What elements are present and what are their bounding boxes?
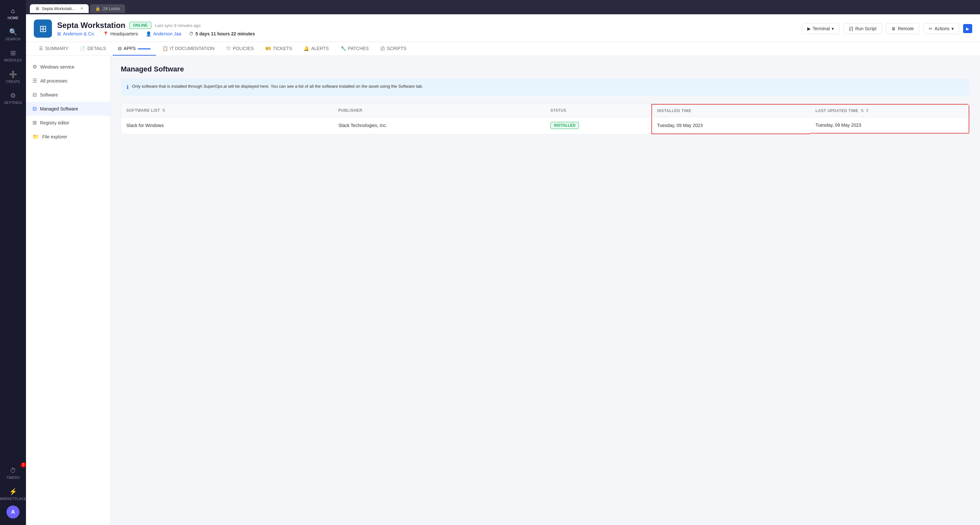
close-tab-septa[interactable]: ✕ <box>80 6 83 11</box>
tab-locks[interactable]: 🔒 24 Locks <box>90 4 125 13</box>
sidebar-item-all-processes[interactable]: ☰ All processes <box>26 74 110 88</box>
remote-button[interactable]: 🖥 Remote <box>886 23 919 34</box>
info-text: Only software that is installed through … <box>132 83 423 90</box>
installed-time-value: Tuesday, 09 May 2023 <box>657 123 703 128</box>
panel-title: Managed Software <box>121 65 970 73</box>
content-area: ⚙ Windows service ☰ All processes ⊟ Soft… <box>26 56 980 525</box>
managed-software-icon: ⊟ <box>32 105 37 112</box>
tab-alerts[interactable]: 🔔 ALERTS <box>298 42 334 56</box>
last-updated-time-value: Tuesday, 09 May 2023 <box>815 123 861 128</box>
th-last-updated-time: LAST UPDATED TIME ⇅ ⊽ <box>810 104 969 117</box>
run-script-label: Run Script <box>855 26 877 31</box>
software-list-sort-icon[interactable]: ⇅ <box>162 108 165 113</box>
sidebar-item-create[interactable]: ➕ CREATE <box>1 67 25 87</box>
last-updated-sort-icon[interactable]: ⇅ <box>861 109 864 113</box>
info-banner: ℹ Only software that is installed throug… <box>121 79 970 96</box>
table-row: Slack for Windows Slack Technologies, In… <box>121 117 969 134</box>
table-header: SOFTWARE LIST ⇅ PUBLISHER STATUS INSTALL… <box>121 104 969 117</box>
avatar[interactable]: A <box>6 506 19 519</box>
sidebar-item-search[interactable]: 🔍 SEARCH <box>1 25 25 45</box>
browser-tab-bar: 🖥 Septa Workstati... ✕ 🔒 24 Locks <box>26 0 980 14</box>
user-link[interactable]: Anderson Jaa <box>153 31 181 37</box>
tab-summary[interactable]: ☰ SUMMARY <box>34 42 73 56</box>
actions-button[interactable]: ✂ Actions ▾ <box>923 23 959 34</box>
marketplace-icon: ⚡ <box>9 488 17 495</box>
details-icon: 📄 <box>80 46 85 51</box>
sidebar-item-managed-software[interactable]: ⊟ Managed Software <box>26 102 110 116</box>
tab-patches[interactable]: 🔧 PATCHES <box>336 42 374 56</box>
tab-apps[interactable]: ⊟ APPS <box>113 42 156 56</box>
td-status: INSTALLED <box>545 117 651 134</box>
tab-policies[interactable]: 🛡 POLICIES <box>221 42 259 56</box>
company-link[interactable]: Anderson & Co. <box>63 31 95 37</box>
managed-software-label: Managed Software <box>40 106 78 112</box>
tab-summary-label: SUMMARY <box>45 46 68 51</box>
terminal-dropdown-icon: ▾ <box>832 26 834 31</box>
sidebar-item-modules[interactable]: ⊞ MODULES <box>1 46 25 65</box>
tab-it-doc-label: IT DOCUMENTATION <box>170 46 215 51</box>
terminal-icon: ▶ <box>807 26 811 31</box>
sidebar-item-registry-editor[interactable]: ⊞ Registry editor <box>26 116 110 129</box>
all-processes-label: All processes <box>40 78 67 83</box>
info-icon: ℹ <box>127 83 129 91</box>
sidebar-item-file-explorer[interactable]: 📁 File explorer <box>26 129 110 144</box>
timers-badge: 2 <box>21 462 26 468</box>
device-info: Septa Workstation ONLINE Last sync 8 min… <box>57 21 255 37</box>
managed-software-panel: Managed Software ℹ Only software that is… <box>110 56 980 525</box>
th-installed-time-label: INSTALLED TIME <box>657 109 691 113</box>
main-content: 🖥 Septa Workstati... ✕ 🔒 24 Locks ⊞ Sept… <box>26 0 980 525</box>
policies-icon: 🛡 <box>226 46 231 51</box>
sidebar-item-home[interactable]: ⌂ HOME <box>1 4 25 23</box>
home-icon: ⌂ <box>11 7 15 14</box>
registry-editor-label: Registry editor <box>40 120 69 125</box>
sidebar-item-windows-service[interactable]: ⚙ Windows service <box>26 60 110 74</box>
user-icon: 👤 <box>146 31 151 37</box>
windows-icon: ⊞ <box>39 23 47 34</box>
actions-icon: ✂ <box>929 26 932 31</box>
all-processes-icon: ☰ <box>32 78 37 84</box>
left-navigation: ⌂ HOME 🔍 SEARCH ⊞ MODULES ➕ CREATE ⚙ SET… <box>0 0 26 525</box>
sidebar-item-timers[interactable]: ⏱ 2 TIMERS <box>1 464 25 483</box>
windows-service-label: Windows service <box>40 64 74 70</box>
sidebar-item-marketplace[interactable]: ⚡ MARKETPLACE <box>1 484 25 504</box>
tab-scripts[interactable]: {/} SCRIPTS <box>375 42 412 56</box>
software-table: SOFTWARE LIST ⇅ PUBLISHER STATUS INSTALL… <box>121 104 970 134</box>
apps-sidebar: ⚙ Windows service ☰ All processes ⊟ Soft… <box>26 56 110 525</box>
terminal-button[interactable]: ▶ Terminal ▾ <box>802 23 840 34</box>
user-meta: 👤 Anderson Jaa <box>146 31 181 37</box>
timers-icon: ⏱ <box>10 467 16 474</box>
modules-icon: ⊞ <box>10 49 16 57</box>
run-script-button[interactable]: {/} Run Script <box>843 23 882 34</box>
th-installed-time: INSTALLED TIME <box>651 104 810 117</box>
tab-details[interactable]: 📄 DETAILS <box>75 42 111 56</box>
sidebar-item-software[interactable]: ⊟ Software <box>26 88 110 102</box>
tab-tickets[interactable]: 🎫 TICKETS <box>260 42 297 56</box>
summary-icon: ☰ <box>39 46 43 51</box>
tab-patches-label: PATCHES <box>348 46 369 51</box>
company-meta: ⊞ Anderson & Co. <box>57 31 95 37</box>
tab-it-documentation[interactable]: 📋 IT DOCUMENTATION <box>157 42 220 56</box>
location-label: Headquarters <box>110 31 138 37</box>
nav-label-modules: MODULES <box>4 58 22 62</box>
nav-label-search: SEARCH <box>6 37 21 41</box>
nav-label-marketplace: MARKETPLACE <box>0 497 26 501</box>
it-doc-icon: 📋 <box>162 46 168 51</box>
settings-icon: ⚙ <box>10 92 16 99</box>
create-icon: ➕ <box>9 70 17 78</box>
actions-label: Actions <box>935 26 950 31</box>
sidebar-item-settings[interactable]: ⚙ SETTINGS <box>1 88 25 108</box>
remote-icon: 🖥 <box>891 26 896 31</box>
tab-septa[interactable]: 🖥 Septa Workstati... ✕ <box>30 4 89 13</box>
play-button[interactable]: ▶ <box>963 24 972 33</box>
search-icon: 🔍 <box>9 28 17 36</box>
tab-locks-icon: 🔒 <box>95 6 100 11</box>
nav-tabs: ☰ SUMMARY 📄 DETAILS ⊟ APPS 📋 IT DOCUMENT… <box>26 42 980 56</box>
last-updated-filter-icon[interactable]: ⊽ <box>866 109 869 113</box>
th-status-label: STATUS <box>550 108 566 113</box>
sync-text: Last sync 8 minutes ago <box>155 23 200 28</box>
publisher-value: Slack Technologies, Inc. <box>338 123 387 128</box>
device-header: ⊞ Septa Workstation ONLINE Last sync 8 m… <box>26 14 980 42</box>
remote-label: Remote <box>898 26 914 31</box>
device-name: Septa Workstation <box>57 21 125 30</box>
td-publisher: Slack Technologies, Inc. <box>333 117 545 134</box>
